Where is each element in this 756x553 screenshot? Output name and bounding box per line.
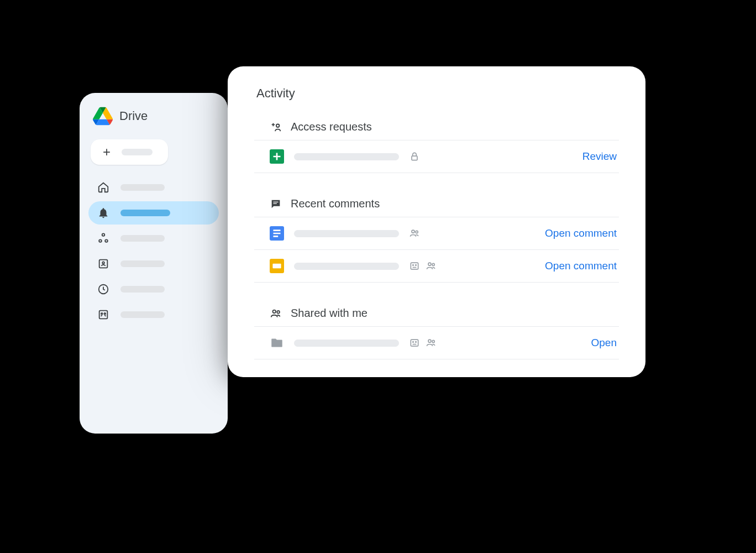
svg-point-0 [102,233,105,236]
svg-point-12 [416,231,418,233]
open-comment-link[interactable]: Open comment [545,227,619,239]
slides-file-icon [270,259,284,273]
activity-row[interactable]: Open comment [254,217,619,250]
svg-rect-13 [272,264,281,269]
svg-point-15 [413,265,414,266]
storage-icon [97,258,109,270]
sidebar-item-label [120,184,165,191]
activity-panel: Activity Access requests Review Recent c… [228,66,645,377]
file-name-placeholder [294,230,399,237]
people-icon [270,307,282,320]
svg-rect-21 [411,340,418,346]
svg-point-23 [416,342,417,343]
svg-point-9 [276,124,280,127]
bell-icon [97,207,109,219]
people-icon [426,260,437,272]
meta-icons [409,151,420,162]
section-title: Recent comments [291,197,380,210]
person-add-icon [270,121,282,133]
card-icon [409,260,420,272]
people-icon [426,337,437,348]
svg-point-17 [428,263,431,265]
svg-point-1 [99,239,102,242]
svg-point-24 [428,340,431,342]
activity-row[interactable]: Open comment [254,250,619,283]
card-icon [409,337,420,348]
docs-file-icon [270,226,284,241]
svg-point-19 [273,310,276,313]
file-name-placeholder [294,340,399,347]
section-shared-with-me: Shared with me Open [254,302,619,359]
sidebar-header: Drive [88,106,219,126]
activity-row[interactable]: Open [254,327,619,359]
new-button-label [122,149,153,155]
comment-icon [270,198,282,210]
open-comment-link[interactable]: Open comment [545,260,619,272]
meta-icons [409,337,437,348]
svg-point-18 [432,263,434,265]
svg-point-11 [412,230,414,233]
meta-icons [409,228,420,239]
drive-logo-icon [93,106,113,126]
sheets-file-icon [270,149,284,164]
review-link[interactable]: Review [582,150,619,163]
svg-rect-6 [99,311,108,319]
open-link[interactable]: Open [591,337,619,349]
svg-rect-10 [412,156,417,160]
file-name-placeholder [294,263,399,270]
home-icon [97,181,109,194]
sidebar-item-storage[interactable] [88,252,219,275]
svg-point-7 [101,313,103,315]
svg-point-22 [413,342,414,343]
plus-icon: + [103,148,111,156]
nodes-icon [97,232,109,244]
activity-row[interactable]: Review [254,140,619,173]
drive-title: Drive [119,109,148,123]
sidebar-item-home[interactable] [88,176,219,199]
people-icon [409,228,420,239]
sidebar-item-label [120,286,165,293]
file-name-placeholder [294,153,399,160]
lock-icon [409,151,420,162]
svg-point-4 [102,262,104,264]
section-header: Shared with me [254,302,619,327]
sidebar-item-contacts[interactable] [88,303,219,326]
meta-icons [409,260,437,272]
sidebar-item-label [120,260,165,267]
sidebar-item-label [120,235,165,242]
svg-point-16 [416,265,417,266]
drive-sidebar: Drive + [80,93,228,434]
svg-point-2 [105,239,108,242]
sidebar-item-shared[interactable] [88,227,219,250]
svg-point-8 [104,313,106,315]
panel-title: Activity [256,86,619,101]
new-button[interactable]: + [91,139,168,165]
sidebar-item-label [120,311,165,318]
section-header: Access requests [254,116,619,140]
section-access-requests: Access requests Review [254,116,619,173]
svg-rect-14 [411,263,418,269]
sidebar-item-label [120,210,170,216]
svg-point-25 [432,340,434,342]
sidebar-item-activity[interactable] [88,201,219,225]
section-title: Access requests [291,121,372,133]
contacts-icon [97,309,109,321]
sidebar-item-recent[interactable] [88,278,219,301]
section-recent-comments: Recent comments Open comment Open comme [254,193,619,283]
clock-icon [97,283,109,295]
section-header: Recent comments [254,193,619,217]
section-title: Shared with me [291,307,368,320]
folder-icon [270,336,284,350]
svg-point-20 [277,310,280,313]
